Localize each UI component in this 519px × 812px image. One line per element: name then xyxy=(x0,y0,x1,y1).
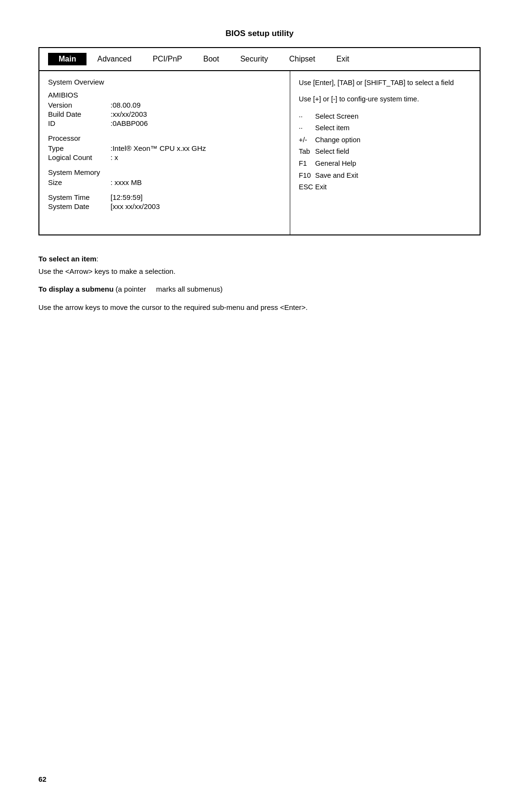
bios-box: Main Advanced PCI/PnP Boot Security Chip… xyxy=(38,47,481,235)
shortcut-key-arrows2: ·· xyxy=(299,122,315,134)
menu-item-chipset[interactable]: Chipset xyxy=(279,53,326,65)
select-item-para: To select an item: Use the <Arrow> keys … xyxy=(38,253,481,277)
left-panel: System Overview AMIBIOS Version :08.00.0… xyxy=(39,71,290,234)
shortcut-esc: ESC Exit xyxy=(299,181,471,193)
shortcut-select-screen: ·· Select Screen xyxy=(299,111,471,123)
system-time-field[interactable]: System Time [12:59:59] xyxy=(48,193,281,201)
processor-type-value: :Intel® Xeon™ CPU x.xx GHz xyxy=(111,144,206,152)
shortcut-key-tab: Tab xyxy=(299,146,315,158)
memory-section: System Memory Size : xxxx MB xyxy=(48,168,281,186)
shortcut-key-f10: F10 xyxy=(299,170,315,182)
menu-item-advanced[interactable]: Advanced xyxy=(86,53,142,65)
processor-type-field: Type :Intel® Xeon™ CPU x.xx GHz xyxy=(48,144,281,152)
processor-type-label: Type xyxy=(48,144,111,152)
system-date-value: [xxx xx/xx/2003 xyxy=(111,202,160,210)
memory-size-field: Size : xxxx MB xyxy=(48,178,281,186)
submenu-middle: (a pointer marks all submenus) xyxy=(116,285,223,293)
shortcut-tab: Tab Select field xyxy=(299,146,471,158)
shortcut-desc-esc: Exit xyxy=(315,181,327,193)
processor-title: Processor xyxy=(48,134,281,142)
amibios-builddate-label: Build Date xyxy=(48,110,111,118)
menu-bar: Main Advanced PCI/PnP Boot Security Chip… xyxy=(39,48,480,71)
menu-item-main[interactable]: Main xyxy=(48,53,86,65)
select-item-text: Use the <Arrow> keys to make a selection… xyxy=(38,267,175,275)
amibios-id-field: ID :0ABBP006 xyxy=(48,119,281,127)
submenu-label: To display a submenu xyxy=(38,285,113,293)
processor-count-value: : x xyxy=(111,153,118,161)
processor-count-label: Logical Count xyxy=(48,153,111,161)
shortcut-desc-f1: General Help xyxy=(315,158,356,170)
amibios-version-field: Version :08.00.09 xyxy=(48,101,281,109)
system-date-field[interactable]: System Date [xxx xx/xx/2003 xyxy=(48,202,281,210)
time-date-section: System Time [12:59:59] System Date [xxx … xyxy=(48,193,281,210)
shortcut-change-option: +/- Change option xyxy=(299,134,471,146)
shortcut-key-arrows1: ·· xyxy=(299,111,315,123)
menu-item-exit[interactable]: Exit xyxy=(326,53,360,65)
memory-title: System Memory xyxy=(48,168,281,176)
shortcuts-block: ·· Select Screen ·· Select item +/- Chan… xyxy=(299,111,471,193)
shortcut-select-item: ·· Select item xyxy=(299,122,471,134)
amibios-version-label: Version xyxy=(48,101,111,109)
shortcut-desc-select-item: Select item xyxy=(315,122,350,134)
amibios-id-value: :0ABBP006 xyxy=(111,119,148,127)
page-title: BIOS setup utility xyxy=(38,29,481,38)
shortcut-key-f1: F1 xyxy=(299,158,315,170)
shortcut-f1: F1 General Help xyxy=(299,158,471,170)
memory-size-label: Size xyxy=(48,178,111,186)
amibios-section: AMIBIOS Version :08.00.09 Build Date :xx… xyxy=(48,91,281,127)
instructions: To select an item: Use the <Arrow> keys … xyxy=(38,249,481,313)
system-date-label: System Date xyxy=(48,202,111,210)
shortcut-desc-tab: Select field xyxy=(315,146,349,158)
processor-count-field: Logical Count : x xyxy=(48,153,281,161)
help-text-1: Use [Enter], [TAB] or [SHIFT_TAB] to sel… xyxy=(299,78,471,88)
shortcut-desc-select-screen: Select Screen xyxy=(315,111,358,123)
shortcut-desc-f10: Save and Exit xyxy=(315,170,358,182)
right-panel: Use [Enter], [TAB] or [SHIFT_TAB] to sel… xyxy=(290,71,480,234)
amibios-builddate-field: Build Date :xx/xx/2003 xyxy=(48,110,281,118)
amibios-id-label: ID xyxy=(48,119,111,127)
submenu-para: To display a submenu (a pointer marks al… xyxy=(38,283,481,295)
menu-item-security[interactable]: Security xyxy=(230,53,279,65)
bios-content: System Overview AMIBIOS Version :08.00.0… xyxy=(39,71,480,234)
section-header: System Overview xyxy=(48,78,281,86)
memory-size-value: : xxxx MB xyxy=(111,178,142,186)
shortcut-key-plusminus: +/- xyxy=(299,134,315,146)
submenu-detail-para: Use the arrow keys to move the cursor to… xyxy=(38,301,481,314)
amibios-builddate-value: :xx/xx/2003 xyxy=(111,110,147,118)
system-time-value: [12:59:59] xyxy=(111,193,143,201)
menu-item-boot[interactable]: Boot xyxy=(193,53,230,65)
select-item-label: To select an item xyxy=(38,255,97,263)
shortcut-desc-change-option: Change option xyxy=(315,134,360,146)
system-time-label: System Time xyxy=(48,193,111,201)
help-text-2: Use [+] or [-] to config-ure system time… xyxy=(299,94,471,105)
amibios-version-value: :08.00.09 xyxy=(111,101,141,109)
menu-item-pcinp[interactable]: PCI/PnP xyxy=(142,53,193,65)
processor-section: Processor Type :Intel® Xeon™ CPU x.xx GH… xyxy=(48,134,281,161)
amibios-title: AMIBIOS xyxy=(48,91,281,99)
page-number: 62 xyxy=(38,775,47,783)
shortcut-f10: F10 Save and Exit xyxy=(299,170,471,182)
shortcut-key-esc: ESC xyxy=(299,181,315,193)
